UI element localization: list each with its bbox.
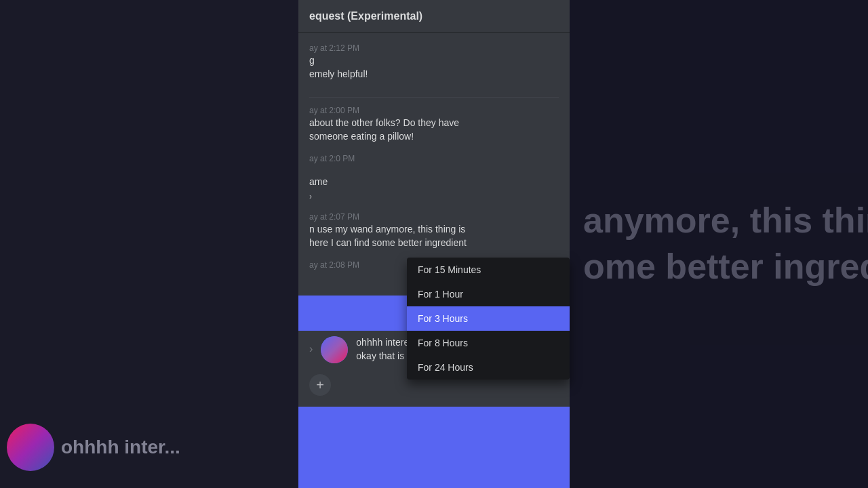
divider-1	[309, 97, 559, 98]
dropdown-item-3hours[interactable]: For 3 Hours	[407, 306, 570, 331]
message-text-5a: n use my wand anymore, this thing is	[309, 223, 559, 237]
bottom-left-strip: ohhhh inter...	[0, 407, 298, 488]
left-arrow-icon: ›	[309, 343, 313, 355]
message-group-3: ay at 2:0 PM	[309, 154, 559, 165]
dropdown-item-24hours[interactable]: For 24 Hours	[407, 355, 570, 380]
avatar-image	[321, 336, 348, 363]
message-text-2a: about the other folks? Do they have	[309, 117, 559, 130]
chat-header-title: equest (Experimental)	[309, 10, 422, 22]
dropdown-item-15min[interactable]: For 15 Minutes	[407, 258, 570, 282]
bottom-blue-strip	[298, 407, 570, 488]
message-timestamp-5: ay at 2:07 PM	[309, 212, 559, 222]
bottom-avatar	[7, 424, 54, 471]
dropdown-item-8hours[interactable]: For 8 Hours	[407, 331, 570, 355]
right-bg-panel: anymore, this thing is ome better ingred…	[570, 0, 868, 488]
message-group-4: ame ›	[309, 176, 559, 201]
message-chevron[interactable]: ›	[309, 189, 559, 201]
chat-panel: equest (Experimental) ay at 2:12 PM g em…	[298, 0, 570, 488]
dropdown-menu: For 15 Minutes For 1 Hour For 3 Hours Fo…	[407, 258, 570, 380]
bottom-text-preview: ohhhh inter...	[61, 436, 180, 458]
message-timestamp-2: ay at 2:00 PM	[309, 106, 559, 115]
chat-header: equest (Experimental)	[298, 0, 570, 33]
chat-body[interactable]: ay at 2:12 PM g emely helpful! ay at 2:0…	[298, 33, 570, 296]
user-avatar	[321, 336, 348, 363]
message-name-4: ame	[309, 176, 559, 189]
message-timestamp-1: ay at 2:12 PM	[309, 43, 559, 53]
message-group-5: ay at 2:07 PM n use my wand anymore, thi…	[309, 212, 559, 249]
add-button[interactable]: +	[309, 374, 331, 396]
message-text-1a: g	[309, 54, 559, 68]
message-group-1: ay at 2:12 PM g emely helpful!	[309, 43, 559, 81]
bg-text-line1: anymore, this thing is	[583, 198, 854, 244]
dropdown-item-1hour[interactable]: For 1 Hour	[407, 282, 570, 306]
message-timestamp-3: ay at 2:0 PM	[309, 154, 559, 163]
message-text-2b: someone eating a pillow!	[309, 130, 559, 144]
message-text-5b: here I can find some better ingredient	[309, 237, 559, 250]
message-text-1b: emely helpful!	[309, 68, 559, 81]
bg-text-line2: ome better ingredient	[583, 244, 854, 290]
left-bg-panel: ohhhh inter...	[0, 0, 298, 488]
message-group-2: ay at 2:00 PM about the other folks? Do …	[309, 106, 559, 143]
